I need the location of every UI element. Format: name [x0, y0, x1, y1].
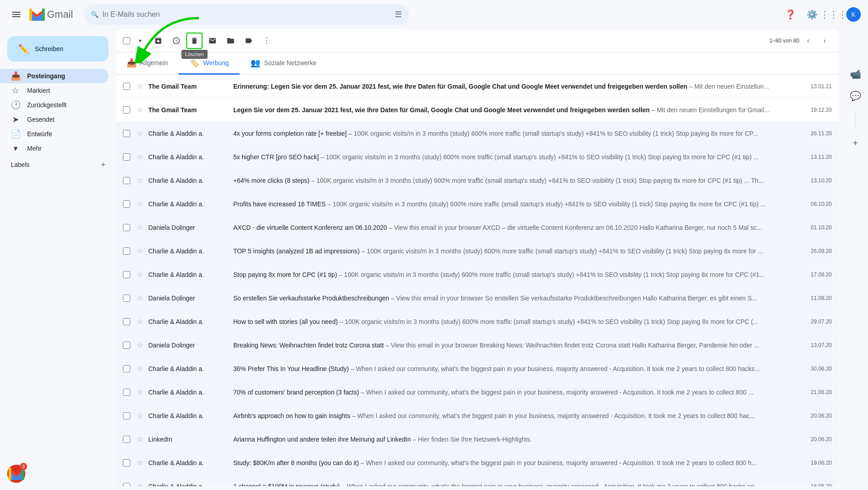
bottom-avatar-area: 3: [7, 465, 25, 483]
email-date: 26.09.20: [805, 248, 832, 254]
move-button[interactable]: [222, 33, 239, 49]
star-area[interactable]: ☆: [136, 152, 145, 161]
delete-button[interactable]: [186, 33, 203, 49]
next-page-button[interactable]: ›: [817, 33, 832, 48]
star-area[interactable]: ☆: [136, 247, 145, 255]
email-checkbox[interactable]: [123, 224, 130, 231]
email-row[interactable]: ☆ Charlie & Aladdin a. 36% Prefer This I…: [116, 357, 839, 381]
email-sender: Charlie & Aladdin a.: [148, 177, 230, 184]
email-checkbox-area: [123, 342, 132, 349]
star-area[interactable]: ☆: [136, 341, 145, 349]
email-checkbox[interactable]: [123, 271, 130, 278]
settings-button[interactable]: ⚙️: [803, 5, 821, 24]
snooze-button[interactable]: [168, 33, 184, 49]
email-row[interactable]: ☆ Daniela Dolinger Breaking News: Weihna…: [116, 333, 839, 357]
email-checkbox[interactable]: [123, 295, 130, 302]
search-input[interactable]: [102, 10, 391, 19]
email-row[interactable]: ☆ Charlie & Aladdin a. +64% more clicks …: [116, 169, 839, 192]
sidebar-item-inbox[interactable]: 📥 Posteingang: [0, 69, 108, 83]
email-date: 01.10.20: [805, 224, 832, 231]
email-checkbox[interactable]: [123, 130, 130, 137]
star-area[interactable]: ☆: [136, 388, 145, 396]
email-row[interactable]: ☆ Charlie & Aladdin a. 5x higher CTR [pr…: [116, 145, 839, 169]
email-checkbox[interactable]: [123, 83, 130, 90]
mark-button[interactable]: [204, 33, 221, 49]
drafts-label: Entwürfe: [27, 130, 101, 138]
email-content: +64% more clicks (8 steps) – 100K organi…: [233, 177, 801, 184]
star-area[interactable]: ☆: [136, 364, 145, 373]
email-checkbox[interactable]: [123, 342, 130, 349]
email-row[interactable]: ☆ Charlie & Aladdin a. How to sell with …: [116, 310, 839, 333]
tab-allgemein[interactable]: 📥 Allgemein: [116, 52, 179, 75]
search-bar[interactable]: 🔍 ☰: [84, 4, 409, 25]
email-subject: Arianna Huffington und andere teilen ihr…: [233, 436, 411, 443]
meet-button[interactable]: 📹: [846, 65, 864, 83]
hamburger-button[interactable]: [7, 5, 25, 24]
email-sender: Charlie & Aladdin a.: [148, 365, 230, 372]
star-area[interactable]: ☆: [136, 411, 145, 420]
email-row[interactable]: ☆ Charlie & Aladdin a. Profits have incr…: [116, 192, 839, 216]
star-area[interactable]: ☆: [136, 176, 145, 185]
star-area[interactable]: ☆: [136, 317, 145, 326]
email-checkbox[interactable]: [123, 483, 130, 487]
email-row[interactable]: ☆ Daniela Dolinger So erstellen Sie verk…: [116, 286, 839, 310]
select-all-checkbox[interactable]: [123, 37, 130, 44]
email-checkbox[interactable]: [123, 436, 130, 443]
email-row[interactable]: ☆ The Gmail Team Erinnerung: Legen Sie v…: [116, 75, 839, 98]
star-area[interactable]: ☆: [136, 105, 145, 114]
star-area[interactable]: ☆: [136, 482, 145, 486]
sidebar-item-more[interactable]: ▾ Mehr: [0, 141, 108, 156]
star-area[interactable]: ☆: [136, 294, 145, 302]
star-area[interactable]: ☆: [136, 270, 145, 279]
filter-icon[interactable]: ☰: [395, 10, 402, 19]
email-row[interactable]: ☆ LinkedIn Arianna Huffington und andere…: [116, 428, 839, 451]
email-checkbox[interactable]: [123, 318, 130, 325]
email-row[interactable]: ☆ Charlie & Aladdin a. Study: $80K/m aft…: [116, 451, 839, 475]
email-row[interactable]: ☆ Daniela Dolinger AXCD - die virtuelle …: [116, 216, 839, 239]
email-date: 19.06.20: [805, 460, 832, 466]
sidebar-item-starred[interactable]: ☆ Markiert: [0, 83, 108, 98]
star-area[interactable]: ☆: [136, 435, 145, 443]
email-checkbox[interactable]: [123, 459, 130, 466]
email-checkbox[interactable]: [123, 153, 130, 161]
email-row[interactable]: ☆ Charlie & Aladdin a. 1 channel = $100M…: [116, 475, 839, 486]
email-row[interactable]: ☆ Charlie & Aladdin a. 70% of customers'…: [116, 381, 839, 404]
chat-button[interactable]: 💬: [846, 87, 864, 105]
email-checkbox[interactable]: [123, 200, 130, 208]
email-content: 70% of customers' brand perception (3 fa…: [233, 389, 801, 396]
email-checkbox[interactable]: [123, 247, 130, 255]
email-checkbox[interactable]: [123, 106, 130, 114]
select-dropdown-button[interactable]: ▾: [132, 33, 148, 49]
email-row[interactable]: ☆ Charlie & Aladdin a. Airbnb's approach…: [116, 404, 839, 428]
email-row[interactable]: ☆ Charlie & Aladdin a. Stop paying 8x mo…: [116, 263, 839, 286]
tab-soziale[interactable]: 👥 Soziale Netzwerke: [240, 52, 327, 75]
sidebar-item-drafts[interactable]: 📄 Entwürfe: [0, 127, 108, 141]
star-area[interactable]: ☆: [136, 129, 145, 138]
tags-button[interactable]: [241, 33, 257, 49]
email-checkbox[interactable]: [123, 365, 130, 372]
add-label-button[interactable]: +: [98, 159, 108, 170]
star-area[interactable]: ☆: [136, 82, 145, 90]
avatar[interactable]: K: [846, 7, 861, 22]
apps-button[interactable]: ⋮⋮⋮: [825, 5, 843, 24]
email-row[interactable]: ☆ Charlie & Aladdin a. 4x your forms com…: [116, 122, 839, 145]
email-content: So erstellen Sie verkaufsstarke Produktb…: [233, 295, 801, 302]
help-button[interactable]: ❓: [781, 5, 799, 24]
archive-button[interactable]: [150, 33, 166, 49]
more-actions-button[interactable]: ⋮: [259, 33, 275, 49]
email-checkbox-area: [123, 483, 132, 487]
star-area[interactable]: ☆: [136, 223, 145, 232]
email-row[interactable]: ☆ Charlie & Aladdin a. TOP 5 insights (a…: [116, 239, 839, 263]
expand-button[interactable]: +: [846, 134, 864, 152]
email-row[interactable]: ☆ The Gmail Team Legen Sie vor dem 25. J…: [116, 98, 839, 122]
tab-allgemein-label: Allgemein: [140, 59, 168, 67]
star-area[interactable]: ☆: [136, 458, 145, 467]
star-area[interactable]: ☆: [136, 200, 145, 208]
compose-button[interactable]: ✏️ Schreiben: [7, 36, 108, 62]
sidebar-item-snoozed[interactable]: 🕐 Zurückgestellt: [0, 98, 108, 112]
sidebar-item-sent[interactable]: ➤ Gesendet: [0, 112, 108, 127]
prev-page-button[interactable]: ‹: [801, 33, 816, 48]
email-checkbox[interactable]: [123, 389, 130, 396]
email-checkbox[interactable]: [123, 412, 130, 419]
email-checkbox[interactable]: [123, 177, 130, 184]
